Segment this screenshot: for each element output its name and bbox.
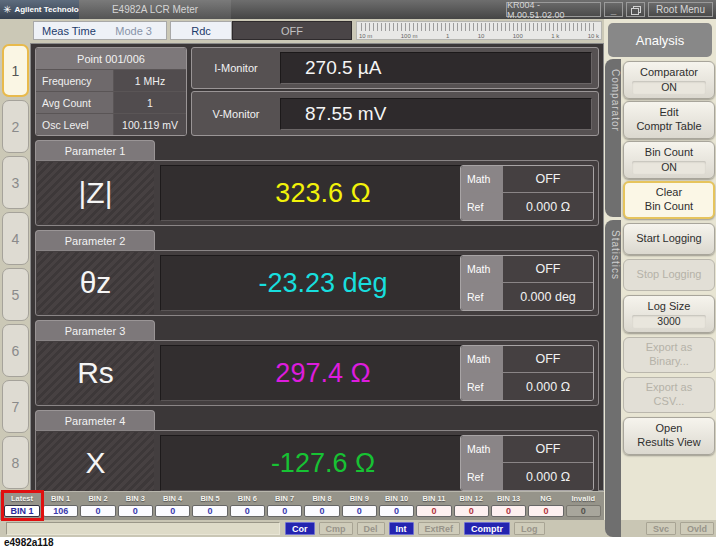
page-tab-1[interactable]: 1 [2,44,29,97]
math-value: OFF [503,436,593,462]
sidebar-title: Analysis [608,23,712,57]
rdc-value-field[interactable]: OFF [232,21,352,40]
ref-row: Ref 0.000 deg [461,283,593,310]
button-label: Bin Count [645,146,693,160]
flag-comptr: Comptr [464,522,510,535]
tab-statistics[interactable]: Statistics [605,220,621,537]
math-ref-box: Math OFF Ref 0.000 deg [460,255,594,311]
open-results-view-button[interactable]: Open Results View [623,417,715,455]
stop-logging-button[interactable]: Stop Logging [623,259,715,291]
flag-svc: Svc [646,522,676,535]
minimize-button[interactable]: _ [604,2,623,17]
ref-label: Ref [461,463,503,490]
page-tab-2[interactable]: 2 [2,100,29,153]
bin-value: 0 [304,505,339,517]
tab-comparator[interactable]: Comparator [605,59,621,217]
flag-del: Del [357,522,385,535]
button-label: Comptr Table [636,120,701,134]
bin-value: 0 [454,505,489,517]
button-label: Export as [646,341,692,355]
page-tab-5[interactable]: 5 [2,268,29,321]
restore-icon [631,6,640,14]
ref-value: 0.000 Ω [503,463,593,490]
page-tab-7[interactable]: 7 [2,380,29,433]
math-row: Math OFF [461,346,593,373]
page-tab-4[interactable]: 4 [2,212,29,265]
bin-cell: BIN 1106 [43,493,78,517]
start-logging-button[interactable]: Start Logging [623,223,715,255]
button-state: ON [632,161,706,174]
button-label: Binary... [649,355,689,369]
bin-cell: BIN 30 [118,493,153,517]
math-value: OFF [503,166,593,192]
bin-cell: NG0 [528,493,563,517]
parameter-value: -127.6 Ω [160,435,486,491]
app-title: E4982A LCR Meter [79,0,231,19]
bin-count-on-button[interactable]: Bin Count ON [623,141,715,179]
bin-cell: BIN 50 [192,493,227,517]
bin-cell: BIN 20 [80,493,115,517]
parameter-symbol: Rs [37,342,154,404]
page-tab-8[interactable]: 8 [2,436,29,489]
bin-value: 0 [379,505,414,517]
comparator-on-button[interactable]: Comparator ON [623,61,715,99]
parameter-panel-4: Parameter 4 X -127.6 Ω Math OFF Ref 0.00… [35,410,599,497]
bin-label: BIN 7 [267,493,302,505]
bin-label: BIN 13 [491,493,526,505]
flag-log: Log [514,522,545,535]
bin-label: BIN 6 [230,493,265,505]
bin-label: Invalid [566,493,601,505]
toolbar-row: Meas Time Mode 3 Rdc OFF 10 m 100 m 1 10… [0,19,604,43]
math-row: Math OFF [461,166,593,193]
restore-button[interactable] [626,2,645,17]
parameter-symbol: θz [37,252,154,314]
bin-value: 0 [118,505,153,517]
parameter-panel-2: Parameter 2 θz -23.23 deg Math OFF Ref 0… [35,230,599,317]
ref-label: Ref [461,283,503,310]
bin-cell: BIN 100 [379,493,414,517]
bin-label: BIN 5 [192,493,227,505]
clear-bin-count-button[interactable]: Clear Bin Count [623,181,715,219]
math-row: Math OFF [461,436,593,463]
bin-counter-bar: Latest BIN 1 BIN 1106 BIN 20 BIN 30 BIN … [0,491,604,520]
rdc-field[interactable]: Rdc [170,21,232,40]
button-label: Stop Logging [637,268,702,282]
edit-comptr-table-button[interactable]: Edit Comptr Table [623,101,715,139]
math-label: Math [461,256,503,282]
page-tab-6[interactable]: 6 [2,324,29,377]
page-tab-3[interactable]: 3 [2,156,29,209]
ref-value: 0.000 Ω [503,193,593,220]
bin-cells: BIN 1106 BIN 20 BIN 30 BIN 40 BIN 50 BIN… [43,493,601,517]
bin-label: BIN 8 [304,493,339,505]
root-menu-button[interactable]: Root Menu [648,2,713,17]
title-bar: ✳ Agilent Technologies E4982A LCR Meter … [0,0,716,19]
meas-time-value: Mode 3 [115,25,166,37]
frequency-scale-ruler: 10 m 100 m 1 10 100 1 k 10 k [356,21,602,40]
softkey-sidebar: Analysis Comparator Statistics Comparato… [604,19,716,520]
point-panel-title: Point 001/006 [36,48,186,70]
log-size-button[interactable]: Log Size 3000 [623,295,715,333]
bin-label: BIN 3 [118,493,153,505]
export-binary-button[interactable]: Export as Binary... [623,337,715,373]
ref-label: Ref [461,193,503,220]
figure-caption: e4982a118 [4,537,54,548]
math-row: Math OFF [461,256,593,283]
export-csv-button[interactable]: Export as CSV... [623,377,715,413]
parameter-panel-3: Parameter 3 Rs 297.4 Ω Math OFF Ref 0.00… [35,320,599,407]
flag-int: Int [389,522,414,535]
bin-value: 0 [80,505,115,517]
bin-value: 106 [43,505,78,517]
ruler-label: 1 k [551,33,559,39]
parameter-title: Parameter 1 [35,140,155,161]
v-monitor-value: 87.55 mV [280,98,592,130]
meas-time-field[interactable]: Meas Time Mode 3 [33,21,167,40]
button-label: Edit [660,106,679,120]
math-ref-box: Math OFF Ref 0.000 Ω [460,165,594,221]
latest-value: BIN 1 [4,505,40,517]
bin-cell: BIN 110 [416,493,451,517]
bin-value: 0 [342,505,377,517]
ruler-label: 100 m [401,33,418,39]
firmware-version: KR004 - M.00.51.02.00 [506,2,601,17]
math-value: OFF [503,346,593,372]
ref-value: 0.000 Ω [503,373,593,400]
